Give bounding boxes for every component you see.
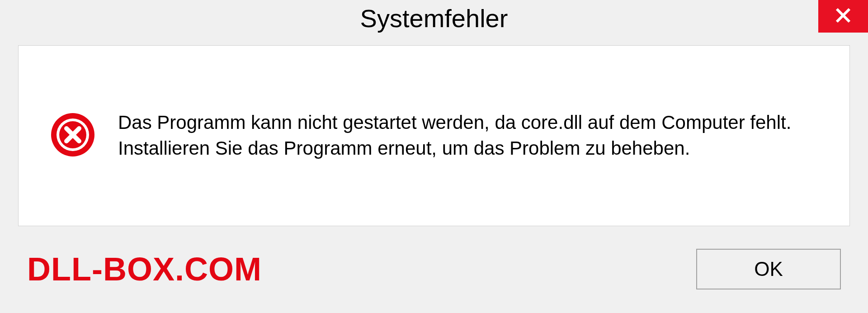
close-icon [834, 6, 852, 26]
ok-button-label: OK [754, 258, 783, 280]
footer: DLL-BOX.COM OK [0, 240, 868, 289]
message-panel: Das Programm kann nicht gestartet werden… [18, 45, 850, 226]
error-message: Das Programm kann nicht gestartet werden… [118, 110, 818, 161]
ok-button[interactable]: OK [696, 249, 841, 289]
titlebar: Systemfehler [0, 0, 868, 36]
watermark-text: DLL-BOX.COM [27, 251, 262, 288]
error-icon [50, 112, 95, 159]
dialog-title: Systemfehler [360, 4, 508, 33]
close-button[interactable] [818, 0, 868, 33]
